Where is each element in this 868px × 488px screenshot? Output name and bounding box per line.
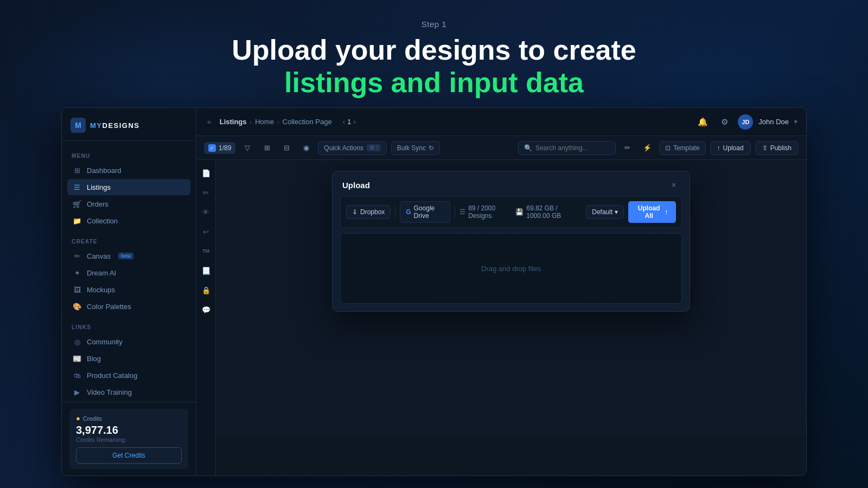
breadcrumb-collection[interactable]: Collection Page <box>283 118 332 126</box>
user-dropdown-chevron[interactable]: ▾ <box>794 118 797 125</box>
upload-button[interactable]: ↑ Upload <box>710 141 751 155</box>
grid-view-button[interactable]: ⊞ <box>259 140 275 156</box>
lightning-icon-button[interactable]: ⚡ <box>640 140 655 156</box>
sidebar-item-label: Canvas <box>87 252 111 260</box>
sidebar-item-collection[interactable]: 📁 Collection <box>67 213 190 229</box>
google-icon: G <box>406 208 411 216</box>
gear-icon: ⚙ <box>721 117 728 127</box>
sidebar-item-mockups[interactable]: 🖼 Mockups <box>67 281 190 298</box>
notifications-button[interactable]: 🔔 <box>694 114 711 130</box>
sidebar-item-color-palettes[interactable]: 🎨 Color Palettes <box>67 298 190 314</box>
publish-label: Publish <box>770 144 792 152</box>
template-icon: ⊡ <box>665 144 671 152</box>
sidebar-item-label: Product Catalog <box>87 371 137 380</box>
side-panel-chat[interactable]: 💬 <box>199 302 214 317</box>
select-all-checkbox[interactable]: ✓ 1/89 <box>204 142 235 154</box>
default-chevron: ▾ <box>615 208 618 216</box>
upload-all-label: Upload All <box>636 204 662 220</box>
toolbar: ✓ 1/89 ▽ ⊞ ⊟ ◉ Quick Actions ⌘ / Bulk Sy… <box>196 136 806 160</box>
breadcrumb-main: Listings <box>220 118 247 126</box>
credits-amount: 3,977.16 <box>76 424 182 436</box>
list-view-button[interactable]: ⊟ <box>279 140 294 156</box>
sidebar-item-dashboard[interactable]: ⊞ Dashboard <box>67 162 190 178</box>
edit-icon-button[interactable]: ✏ <box>620 140 635 156</box>
listings-icon: ☰ <box>73 183 81 191</box>
get-credits-button[interactable]: Get Credits <box>76 447 182 464</box>
side-panel-eye[interactable]: 👁 <box>199 204 214 220</box>
links-section-label: LINKS <box>67 320 190 333</box>
drop-zone[interactable]: Drag and drop files <box>340 233 682 304</box>
nav-next[interactable]: › <box>353 118 355 126</box>
lightning-icon: ⚡ <box>643 144 652 152</box>
default-select[interactable]: Default ▾ <box>586 205 624 219</box>
modal-close-button[interactable]: × <box>668 179 680 191</box>
canvas-icon: ✏ <box>73 252 81 260</box>
dropbox-button[interactable]: ⇓ Dropbox <box>346 205 391 219</box>
sidebar-item-community[interactable]: ◎ Community <box>67 333 190 350</box>
breadcrumb-nav: ‹ 1 › <box>343 118 356 126</box>
upload-sources: ⇓ Dropbox G Google Drive ☰ <box>340 196 682 228</box>
sidebar-item-label: Collection <box>87 217 118 225</box>
sidebar-item-blog[interactable]: 📰 Blog <box>67 350 190 367</box>
breadcrumb-sep-2: › <box>277 119 279 125</box>
sidebar-item-label: Color Palettes <box>87 303 131 311</box>
search-bar[interactable]: 🔍 <box>518 141 616 155</box>
publish-icon: ⇪ <box>762 144 768 152</box>
sidebar-item-orders[interactable]: 🛒 Orders <box>67 196 190 212</box>
filter-button[interactable]: ▽ <box>240 140 255 156</box>
settings-view-button[interactable]: ◉ <box>298 140 314 156</box>
modal-header: Upload × <box>333 171 690 196</box>
side-panel-lock[interactable]: 🔒 <box>199 282 214 298</box>
drop-zone-text: Drag and drop files <box>481 265 541 273</box>
upload-all-button[interactable]: Upload All ↑ <box>628 201 676 223</box>
google-drive-button[interactable]: G Google Drive <box>400 201 450 223</box>
quick-actions-label: Quick Actions <box>324 144 363 152</box>
sidebar-item-product-catalog[interactable]: 🛍 Product Catalog <box>67 367 190 383</box>
storage-text: 69.82 GB / 1000.00 GB <box>526 204 582 220</box>
nav-prev[interactable]: ‹ <box>343 118 345 126</box>
side-panel-tm[interactable]: TM <box>199 243 214 259</box>
default-label: Default <box>592 208 612 216</box>
page-area: 📄 ✏ 👁 ↩ TM 📃 🔒 💬 Upload × <box>196 160 806 476</box>
list-icon: ⊟ <box>284 144 290 152</box>
modal-title: Upload <box>342 181 370 190</box>
publish-button[interactable]: ⇪ Publish <box>755 141 799 155</box>
collection-icon: 📁 <box>73 216 81 225</box>
avatar: JD <box>738 114 753 130</box>
sidebar-item-dream-ai[interactable]: ✦ Dream AI <box>67 265 190 281</box>
side-panel-doc[interactable]: 📃 <box>199 263 214 278</box>
bulk-sync-button[interactable]: Bulk Sync ↻ <box>391 141 440 155</box>
sidebar-item-label: Mockups <box>87 286 115 294</box>
bulk-sync-label: Bulk Sync <box>397 144 426 152</box>
credits-icon: ● <box>76 414 80 422</box>
settings-button[interactable]: ⚙ <box>716 114 732 130</box>
beta-badge: beta <box>118 253 133 259</box>
side-panel-layers[interactable]: 📄 <box>199 165 214 181</box>
sidebar-item-label: Dream AI <box>87 269 116 277</box>
step-label: Step 1 <box>0 20 868 29</box>
filter-icon: ▽ <box>245 144 250 152</box>
template-button[interactable]: ⊡ Template <box>659 141 706 155</box>
upload-modal: Upload × ⇓ Dropbox G <box>332 171 690 312</box>
quick-actions-shortcut: ⌘ / <box>367 144 381 151</box>
search-input[interactable] <box>535 144 610 152</box>
sidebar-item-video-training[interactable]: ▶ Video Training <box>67 384 190 400</box>
sidebar-item-label: Dashboard <box>87 166 122 175</box>
side-panel-undo[interactable]: ↩ <box>199 224 214 239</box>
side-panel-edit[interactable]: ✏ <box>199 185 214 200</box>
sidebar-item-canvas[interactable]: ✏ Canvas beta <box>67 248 190 264</box>
credits-section: ● Credits 3,977.16 Credits Remaining Get… <box>69 409 188 469</box>
sidebar-logo: M MYDESIGNS <box>62 108 196 141</box>
sidebar-item-listings[interactable]: ☰ Listings <box>67 179 190 195</box>
template-label: Template <box>673 144 700 152</box>
checkbox-check-icon: ✓ <box>208 144 216 152</box>
storage-info: 💾 69.82 GB / 1000.00 GB <box>515 204 582 220</box>
sidebar-footer: ● Credits 3,977.16 Credits Remaining Get… <box>62 402 196 476</box>
upload-icon: ↑ <box>717 144 720 152</box>
quick-actions-button[interactable]: Quick Actions ⌘ / <box>318 141 386 155</box>
top-bar-right: 🔔 ⚙ JD John Doe ▾ <box>694 114 797 130</box>
sidebar-item-label: Orders <box>87 200 108 208</box>
dropbox-icon: ⇓ <box>352 208 358 216</box>
breadcrumb-home[interactable]: Home <box>255 118 274 126</box>
collapse-sidebar-button[interactable]: « <box>205 116 213 128</box>
